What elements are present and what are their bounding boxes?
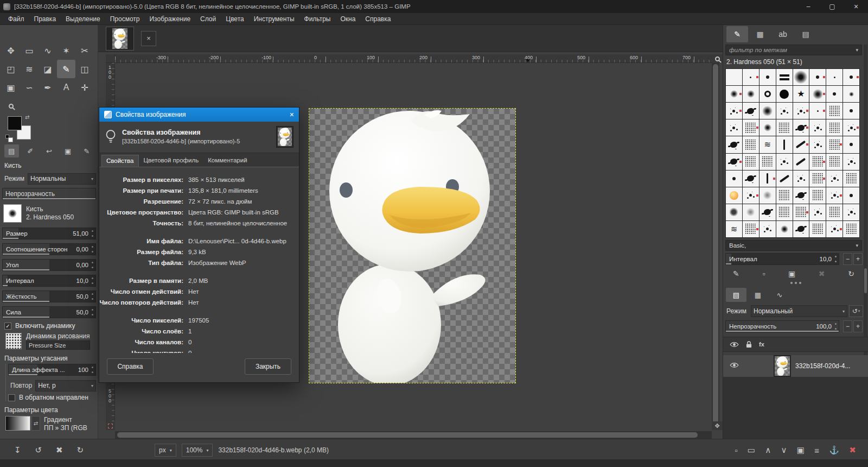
tab-device-status[interactable]: ✐ <box>23 144 37 157</box>
brush-cell[interactable] <box>793 69 809 85</box>
text-tool[interactable]: A <box>57 78 75 97</box>
brush-cell[interactable] <box>843 187 859 204</box>
brush-cell[interactable] <box>843 119 859 136</box>
dialog-titlebar[interactable]: Свойства изображения × <box>99 108 299 122</box>
brush-cell[interactable] <box>776 221 793 237</box>
brush-cell[interactable] <box>776 154 793 170</box>
brush-cell[interactable] <box>726 136 742 153</box>
new-layer-group-icon[interactable]: ▭ <box>748 445 755 455</box>
swap-colors-icon[interactable]: ⇄ <box>25 114 29 120</box>
brush-cell[interactable] <box>726 69 742 85</box>
duplicate-layer-icon[interactable]: ▣ <box>797 445 805 455</box>
tool-option-slider[interactable]: Угол0,00 <box>2 259 96 271</box>
brush-cell[interactable] <box>726 103 742 119</box>
brush-cell[interactable] <box>743 119 759 136</box>
brush-cell[interactable] <box>760 103 776 119</box>
menu-item[interactable]: Файл <box>3 14 29 24</box>
brush-cell[interactable] <box>826 136 843 153</box>
panel-scroll-thumb[interactable] <box>864 268 867 293</box>
opacity-slider[interactable]: Непрозрачность <box>2 188 96 200</box>
reset-tool-options-icon[interactable]: ↻ <box>76 445 84 455</box>
brush-cell[interactable] <box>776 171 793 187</box>
brush-cell[interactable] <box>743 136 759 153</box>
brush-cell[interactable] <box>776 119 793 136</box>
rect-select-tool[interactable]: ▭ <box>20 41 39 60</box>
help-button[interactable]: Справка <box>107 358 154 375</box>
brush-cell[interactable] <box>760 221 776 237</box>
menu-item[interactable]: Просмотр <box>105 14 145 24</box>
brush-spacing-slider[interactable]: Интервал 10,0 <box>725 253 839 265</box>
layer-mode-select[interactable]: Нормальный ▾ <box>751 305 847 317</box>
menu-item[interactable]: Окна <box>335 14 360 24</box>
clone-tool[interactable]: ▣ <box>2 78 20 97</box>
brush-cell[interactable] <box>793 86 809 102</box>
flip-gradient-icon[interactable]: ⇄ <box>31 416 40 431</box>
image-canvas[interactable] <box>309 109 515 383</box>
reverse-checkbox-row[interactable]: В обратном направлен <box>8 394 94 401</box>
paths-tool[interactable]: ✒ <box>39 78 57 97</box>
brush-cell[interactable] <box>826 103 843 119</box>
brush-cell[interactable] <box>826 221 843 237</box>
tool-option-slider[interactable]: Сила50,0 <box>2 306 96 318</box>
brush-tag-input[interactable]: Basic, ▾ <box>725 240 862 251</box>
ruler-origin-box[interactable] <box>106 54 115 63</box>
brush-cell[interactable] <box>809 103 826 119</box>
dynamics-checkbox[interactable] <box>4 323 11 330</box>
fade-length-slider[interactable]: Длина эффекта ... 100 <box>8 364 96 376</box>
raise-layer-icon[interactable]: ∧ <box>765 445 771 455</box>
anchor-layer-icon[interactable]: ⚓ <box>829 445 839 455</box>
brush-cell[interactable] <box>793 154 809 170</box>
restore-tool-options-icon[interactable]: ↺ <box>35 445 42 455</box>
eraser-tool[interactable]: ◫ <box>75 60 94 78</box>
brush-cell[interactable] <box>726 154 742 170</box>
brush-cell[interactable] <box>793 171 809 187</box>
smudge-tool[interactable]: ∽ <box>20 78 39 97</box>
tab-document-history[interactable]: ▤ <box>795 26 816 42</box>
brush-cell[interactable] <box>809 69 826 85</box>
brush-cell[interactable] <box>760 154 776 170</box>
tool-option-slider[interactable]: Размер51,00 <box>2 228 96 239</box>
brush-cell[interactable] <box>776 69 793 85</box>
brush-cell[interactable] <box>843 86 859 102</box>
brush-cell[interactable] <box>726 119 742 136</box>
brush-cell[interactable] <box>743 187 759 204</box>
brush-cell[interactable] <box>726 204 742 220</box>
repeat-select[interactable]: Нет, р ▾ <box>35 380 96 392</box>
menu-item[interactable]: Фильтры <box>299 14 336 24</box>
crop-tool[interactable]: ✂ <box>75 41 94 60</box>
brush-cell[interactable] <box>776 187 793 204</box>
brush-cell[interactable] <box>826 69 843 85</box>
opacity-decrease-button[interactable]: − <box>843 320 852 332</box>
spacing-increase-button[interactable]: + <box>853 253 863 265</box>
brush-cell[interactable] <box>843 204 859 220</box>
brush-cell[interactable] <box>760 204 776 220</box>
tab-brushes-dock[interactable]: ✎ <box>79 144 94 157</box>
zoom-ruler-icon[interactable] <box>712 54 723 63</box>
reset-mode-icon[interactable]: ↺▾ <box>849 305 863 317</box>
dialog-tab[interactable]: Свойства <box>101 155 139 167</box>
unified-transform-tool[interactable]: ◰ <box>2 60 20 78</box>
brush-cell[interactable] <box>726 187 742 204</box>
brush-cell[interactable] <box>726 171 742 187</box>
unit-select[interactable]: px ▾ <box>155 444 176 457</box>
vertical-scrollbar[interactable] <box>712 63 719 430</box>
merge-layer-icon[interactable]: ≡ <box>814 446 819 455</box>
brush-cell[interactable] <box>760 69 776 85</box>
brush-cell[interactable] <box>826 187 843 204</box>
brush-cell[interactable] <box>743 103 759 119</box>
brush-cell[interactable] <box>843 69 859 85</box>
brush-cell[interactable] <box>760 187 776 204</box>
brush-cell[interactable] <box>809 119 826 136</box>
dynamics-selector[interactable]: Динамика рисования Pressure Size <box>5 332 95 350</box>
delete-tool-options-icon[interactable]: ✖ <box>56 445 63 455</box>
dialog-close-icon[interactable]: × <box>290 110 294 119</box>
zoom-tool[interactable] <box>2 97 20 115</box>
new-layer-icon[interactable]: ▫ <box>735 446 737 455</box>
layer-list-item[interactable]: 332b158f-020d-4... <box>723 355 868 377</box>
brush-cell[interactable] <box>743 204 759 220</box>
menu-item[interactable]: Изображение <box>144 14 195 24</box>
brush-cell[interactable] <box>809 221 826 237</box>
image-tab[interactable] <box>106 27 134 51</box>
dialog-tab[interactable]: Цветовой профиль <box>139 155 203 167</box>
brush-cell[interactable] <box>843 221 859 237</box>
